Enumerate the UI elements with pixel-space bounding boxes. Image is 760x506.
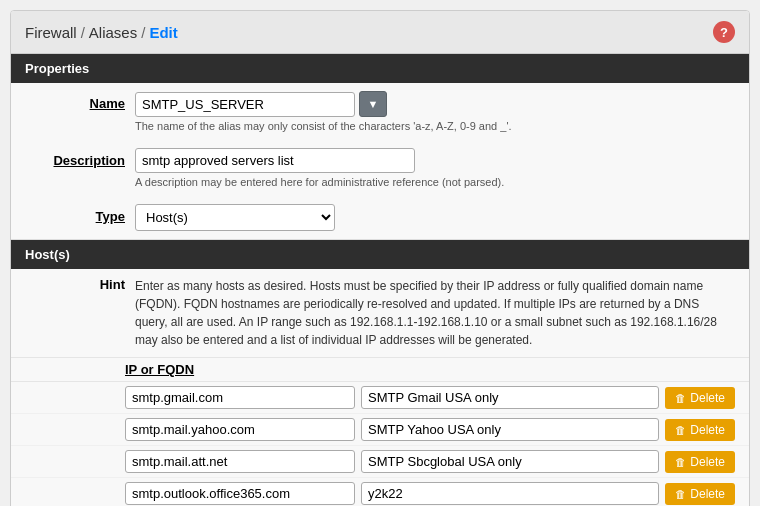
help-icon[interactable]: ? xyxy=(713,21,735,43)
host-ip-input[interactable] xyxy=(125,418,355,441)
page-header: Firewall / Aliases / Edit ? xyxy=(11,11,749,54)
breadcrumb-edit: Edit xyxy=(149,24,177,41)
host-row: Delete xyxy=(11,478,749,506)
breadcrumb-aliases[interactable]: Aliases xyxy=(89,24,137,41)
host-row: Delete xyxy=(11,382,749,414)
host-desc-input[interactable] xyxy=(361,450,659,473)
host-row: Delete xyxy=(11,414,749,446)
host-row: Delete xyxy=(11,446,749,478)
main-container: Firewall / Aliases / Edit ? Properties N… xyxy=(10,10,750,506)
description-input[interactable] xyxy=(135,148,415,173)
description-label-col: Description xyxy=(25,148,125,168)
delete-label: Delete xyxy=(690,391,725,405)
name-input-col: ▼ The name of the alias may only consist… xyxy=(135,91,735,132)
breadcrumb: Firewall / Aliases / Edit xyxy=(25,24,178,41)
breadcrumb-firewall[interactable]: Firewall xyxy=(25,24,77,41)
host-desc-input[interactable] xyxy=(361,386,659,409)
breadcrumb-sep-2: / xyxy=(141,24,145,41)
description-row: Description A description may be entered… xyxy=(11,140,749,196)
host-desc-input[interactable] xyxy=(361,482,659,505)
name-label: Name xyxy=(90,96,125,111)
description-input-col: A description may be entered here for ad… xyxy=(135,148,735,188)
trash-icon xyxy=(675,487,686,501)
delete-button[interactable]: Delete xyxy=(665,451,735,473)
host-desc-input[interactable] xyxy=(361,418,659,441)
delete-label: Delete xyxy=(690,487,725,501)
trash-icon xyxy=(675,423,686,437)
type-select[interactable]: Host(s) Network(s) Port(s) URL (IPs) URL… xyxy=(135,204,335,231)
delete-button[interactable]: Delete xyxy=(665,419,735,441)
ip-fqdn-column-header: IP or FQDN xyxy=(125,362,355,377)
name-label-col: Name xyxy=(25,91,125,111)
name-input-wrapper: ▼ xyxy=(135,91,735,117)
host-rows-container: Delete Delete Delete Delete xyxy=(11,382,749,506)
description-hint: A description may be entered here for ad… xyxy=(135,176,735,188)
host-ip-input[interactable] xyxy=(125,482,355,505)
breadcrumb-sep-1: / xyxy=(81,24,85,41)
description-label: Description xyxy=(53,153,125,168)
hint-row: Hint Enter as many hosts as desired. Hos… xyxy=(11,269,749,358)
trash-icon xyxy=(675,455,686,469)
type-label-col: Type xyxy=(25,204,125,224)
name-hint: The name of the alias may only consist o… xyxy=(135,120,735,132)
name-input[interactable] xyxy=(135,92,355,117)
host-ip-input[interactable] xyxy=(125,386,355,409)
host-header-row: IP or FQDN xyxy=(11,358,749,382)
hint-label-col: Hint xyxy=(25,277,125,349)
name-row: Name ▼ The name of the alias may only co… xyxy=(11,83,749,140)
hosts-section: Host(s) Hint Enter as many hosts as desi… xyxy=(11,240,749,506)
name-dropdown-button[interactable]: ▼ xyxy=(359,91,387,117)
hint-text: Enter as many hosts as desired. Hosts mu… xyxy=(135,277,735,349)
hosts-section-header: Host(s) xyxy=(11,240,749,269)
delete-label: Delete xyxy=(690,423,725,437)
properties-section: Properties Name ▼ The name of the alias … xyxy=(11,54,749,240)
type-input-col: Host(s) Network(s) Port(s) URL (IPs) URL… xyxy=(135,204,735,231)
host-ip-input[interactable] xyxy=(125,450,355,473)
trash-icon xyxy=(675,391,686,405)
properties-section-header: Properties xyxy=(11,54,749,83)
delete-label: Delete xyxy=(690,455,725,469)
type-label: Type xyxy=(96,209,125,224)
type-row: Type Host(s) Network(s) Port(s) URL (IPs… xyxy=(11,196,749,239)
hint-label: Hint xyxy=(100,277,125,292)
delete-button[interactable]: Delete xyxy=(665,483,735,505)
delete-button[interactable]: Delete xyxy=(665,387,735,409)
